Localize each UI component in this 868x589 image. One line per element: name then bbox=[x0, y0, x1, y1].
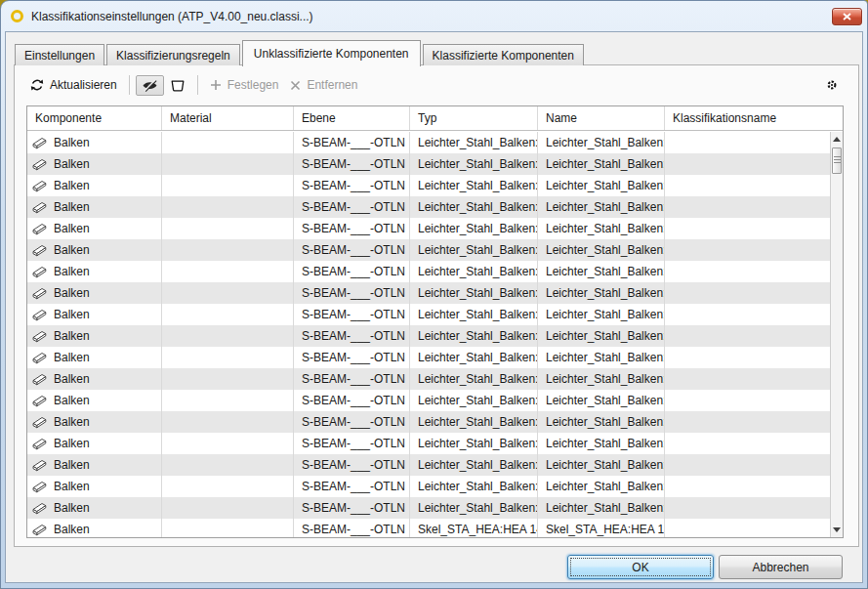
cancel-button[interactable]: Abbrechen bbox=[719, 555, 843, 579]
cell-komponente: Balken bbox=[54, 157, 90, 171]
scrollbar-up-arrow[interactable] bbox=[831, 133, 843, 146]
entfernen-button[interactable]: Entfernen bbox=[284, 74, 363, 96]
table-row[interactable]: Balken S-BEAM-___-OTLN Leichter_Stahl_Ba… bbox=[27, 304, 831, 325]
cell-komponente: Balken bbox=[54, 136, 90, 149]
ok-button[interactable]: OK bbox=[567, 555, 714, 579]
cell-material bbox=[162, 304, 294, 325]
cell-typ: Leichter_Stahl_Balken:... bbox=[410, 497, 538, 519]
table-row[interactable]: Balken S-BEAM-___-OTLN Leichter_Stahl_Ba… bbox=[27, 497, 831, 519]
cell-ebene: S-BEAM-___-OTLN bbox=[294, 239, 410, 261]
table-row[interactable]: Balken S-BEAM-___-OTLN Leichter_Stahl_Ba… bbox=[27, 347, 831, 368]
table-row[interactable]: Balken S-BEAM-___-OTLN Leichter_Stahl_Ba… bbox=[27, 368, 831, 390]
cell-typ: Leichter_Stahl_Balken:... bbox=[410, 433, 538, 454]
window-title: Klassifikationseinstellungen (ATP_V4.00_… bbox=[31, 10, 313, 23]
tab-klassifizierungsregeln[interactable]: Klassifizierungsregeln bbox=[106, 44, 240, 65]
table-row[interactable]: Balken S-BEAM-___-OTLN Leichter_Stahl_Ba… bbox=[27, 390, 831, 411]
tab-einstellungen[interactable]: Einstellungen bbox=[15, 44, 104, 65]
cell-klassifikationsname bbox=[665, 153, 831, 175]
cell-name: Leichter_Stahl_Balken:... bbox=[538, 325, 665, 347]
cell-ebene: S-BEAM-___-OTLN bbox=[294, 454, 410, 476]
beam-icon bbox=[32, 395, 48, 407]
close-icon bbox=[843, 13, 851, 21]
table-row[interactable]: Balken S-BEAM-___-OTLN Leichter_Stahl_Ba… bbox=[27, 239, 831, 261]
basket-button[interactable] bbox=[164, 75, 191, 96]
table-row[interactable]: Balken S-BEAM-___-OTLN Leichter_Stahl_Ba… bbox=[27, 153, 831, 175]
cell-name: Leichter_Stahl_Balken:... bbox=[538, 132, 665, 153]
scrollbar-thumb[interactable] bbox=[832, 147, 842, 174]
table-row[interactable]: Balken S-BEAM-___-OTLN Leichter_Stahl_Ba… bbox=[27, 218, 831, 239]
cell-komponente: Balken bbox=[54, 243, 90, 257]
beam-icon bbox=[32, 352, 48, 364]
cell-typ: Leichter_Stahl_Balken:... bbox=[410, 261, 538, 282]
table-row[interactable]: Balken S-BEAM-___-OTLN Leichter_Stahl_Ba… bbox=[27, 196, 831, 218]
table-row[interactable]: Balken S-BEAM-___-OTLN Leichter_Stahl_Ba… bbox=[27, 325, 831, 347]
column-header-typ[interactable]: Typ bbox=[410, 106, 538, 130]
cell-material bbox=[162, 433, 294, 454]
tab-unklassifizierte-komponenten[interactable]: Unklassifizierte Komponenten bbox=[242, 40, 421, 66]
beam-icon bbox=[32, 459, 48, 472]
cell-material bbox=[162, 519, 294, 537]
visibility-toggle-button[interactable] bbox=[136, 75, 164, 96]
table-row[interactable]: Balken S-BEAM-___-OTLN Leichter_Stahl_Ba… bbox=[27, 175, 831, 196]
cell-ebene: S-BEAM-___-OTLN bbox=[294, 153, 410, 175]
table-row[interactable]: Balken S-BEAM-___-OTLN Leichter_Stahl_Ba… bbox=[27, 433, 831, 454]
cell-name: Leichter_Stahl_Balken:... bbox=[538, 476, 665, 497]
table-row[interactable]: Balken S-BEAM-___-OTLN Leichter_Stahl_Ba… bbox=[27, 476, 831, 497]
cell-ebene: S-BEAM-___-OTLN bbox=[294, 433, 410, 454]
tab-bar: Einstellungen Klassifizierungsregeln Unk… bbox=[15, 39, 586, 65]
cell-typ: Leichter_Stahl_Balken:... bbox=[410, 304, 538, 325]
tab-klassifizierte-komponenten[interactable]: Klassifizierte Komponenten bbox=[423, 44, 584, 65]
vertical-scrollbar[interactable] bbox=[830, 132, 843, 537]
cell-klassifikationsname bbox=[665, 519, 831, 537]
cell-typ: Leichter_Stahl_Balken:... bbox=[410, 411, 538, 433]
column-header-komponente[interactable]: Komponente bbox=[27, 106, 162, 130]
refresh-button[interactable]: Aktualisieren bbox=[24, 74, 123, 96]
cell-material bbox=[162, 497, 294, 519]
table-row[interactable]: Balken S-BEAM-___-OTLN Leichter_Stahl_Ba… bbox=[27, 132, 831, 153]
cell-klassifikationsname bbox=[665, 454, 831, 476]
cell-typ: Leichter_Stahl_Balken:... bbox=[410, 239, 538, 261]
column-header-name[interactable]: Name bbox=[538, 106, 665, 130]
cell-name: Leichter_Stahl_Balken:... bbox=[538, 433, 665, 454]
settings-button[interactable] bbox=[823, 76, 841, 94]
table-row[interactable]: Balken S-BEAM-___-OTLN Leichter_Stahl_Ba… bbox=[27, 454, 831, 476]
cell-name: Leichter_Stahl_Balken:... bbox=[538, 454, 665, 476]
beam-icon bbox=[32, 502, 48, 515]
cell-ebene: S-BEAM-___-OTLN bbox=[294, 411, 410, 433]
cell-name: Leichter_Stahl_Balken:... bbox=[538, 153, 665, 175]
cell-name: Leichter_Stahl_Balken:... bbox=[538, 239, 665, 261]
cell-klassifikationsname bbox=[665, 411, 831, 433]
cell-name: Leichter_Stahl_Balken:... bbox=[538, 282, 665, 304]
cell-ebene: S-BEAM-___-OTLN bbox=[294, 519, 410, 537]
titlebar[interactable]: Klassifikationseinstellungen (ATP_V4.00_… bbox=[1, 1, 867, 31]
beam-icon bbox=[32, 223, 48, 235]
column-header-ebene[interactable]: Ebene bbox=[294, 106, 410, 130]
beam-icon bbox=[32, 481, 48, 493]
cell-klassifikationsname bbox=[665, 196, 831, 218]
scrollbar-grip bbox=[834, 156, 841, 165]
beam-icon bbox=[32, 244, 48, 257]
cell-klassifikationsname bbox=[665, 218, 831, 239]
scrollbar-down-arrow[interactable] bbox=[831, 524, 843, 536]
close-button[interactable] bbox=[832, 8, 862, 25]
gear-icon bbox=[826, 79, 838, 91]
cell-komponente: Balken bbox=[54, 265, 90, 278]
cell-klassifikationsname bbox=[665, 239, 831, 261]
table-row[interactable]: Balken S-BEAM-___-OTLN Leichter_Stahl_Ba… bbox=[27, 261, 831, 282]
beam-icon bbox=[32, 158, 48, 171]
column-header-klassifikationsname[interactable]: Klassifikationsname bbox=[665, 106, 843, 130]
column-header-material[interactable]: Material bbox=[162, 106, 294, 130]
app-icon bbox=[11, 10, 23, 22]
tab-page-panel: Aktualisieren bbox=[14, 64, 859, 547]
table-row[interactable]: Balken S-BEAM-___-OTLN Leichter_Stahl_Ba… bbox=[27, 282, 831, 304]
festlegen-button[interactable]: Festlegen bbox=[204, 74, 285, 96]
cell-material bbox=[162, 175, 294, 196]
beam-icon bbox=[32, 266, 48, 278]
cell-name: Leichter_Stahl_Balken:... bbox=[538, 261, 665, 282]
table-row[interactable]: Balken S-BEAM-___-OTLN Skel_STA_HEA:HEA … bbox=[27, 519, 831, 537]
cell-komponente: Balken bbox=[54, 415, 90, 429]
table-row[interactable]: Balken S-BEAM-___-OTLN Leichter_Stahl_Ba… bbox=[27, 411, 831, 433]
cell-name: Leichter_Stahl_Balken:... bbox=[538, 196, 665, 218]
cell-typ: Leichter_Stahl_Balken:... bbox=[410, 175, 538, 196]
cell-typ: Leichter_Stahl_Balken:... bbox=[410, 218, 538, 239]
